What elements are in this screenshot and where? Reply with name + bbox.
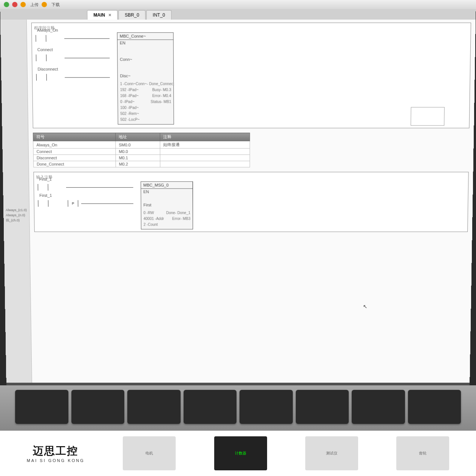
brand-logo: 迈思工控 MAI SI GONG KONG <box>27 444 85 463</box>
param-val: 100 <box>120 106 127 110</box>
tab-main-label: MAIN <box>93 12 105 18</box>
contact-label: First_1 <box>39 193 52 198</box>
cell: 始终接通 <box>160 141 250 148</box>
key <box>184 390 237 424</box>
tabs: MAIN × SBR_0 INT_0 <box>0 9 476 20</box>
comment-box[interactable] <box>411 107 445 125</box>
sidebar-item[interactable]: Always_(n.0) <box>6 213 27 218</box>
table-row[interactable]: Always_OnSM0.0始终接通 <box>33 141 250 148</box>
cell: M0.2 <box>116 161 160 167</box>
contact-label: Disconnect <box>37 67 58 71</box>
function-block-mbc-msg[interactable]: MBC_MSG_0 EN First 0 -RW Done- Done_1 40… <box>141 181 193 229</box>
brand-name-en: MAI SI GONG KONG <box>27 458 85 463</box>
param-name: Conn~ <box>124 82 136 86</box>
param-val: 1 <box>120 82 122 86</box>
key <box>408 390 461 424</box>
table-row[interactable]: DisconnectM0.1 <box>33 155 250 161</box>
ladder-editor[interactable]: 程序段注释 Always_On Connect <box>27 20 476 383</box>
cell <box>160 148 250 155</box>
cell: M0.1 <box>116 155 160 161</box>
param-val: Done_Connect <box>149 82 174 86</box>
param-val: 0 <box>120 100 122 104</box>
cell: Done_Connect <box>34 161 116 167</box>
param-name: IPad~ <box>129 106 139 110</box>
key <box>296 390 349 424</box>
cell: Connect <box>33 148 116 155</box>
contact-no[interactable] <box>36 199 66 208</box>
sidebar-item[interactable]: 拟_(ch.0) <box>6 218 27 223</box>
key <box>71 390 125 424</box>
param-name: LocP~ <box>129 117 139 122</box>
param-name: Count <box>148 223 158 227</box>
fb-pin: First <box>144 203 190 207</box>
param-val: 40001 <box>144 216 154 221</box>
brand-name: 迈思工控 <box>33 444 78 458</box>
param-name: RW <box>148 211 154 215</box>
upload-label: 上传 <box>30 2 39 7</box>
cell: Always_On <box>33 141 116 148</box>
param-name: IPad~ <box>125 100 134 104</box>
param-name: Busy <box>152 88 161 92</box>
param-val: MB3 <box>183 216 190 221</box>
fb-title: MBC_MSG_0 <box>141 182 192 189</box>
download-icon[interactable] <box>42 2 47 7</box>
key <box>127 390 181 424</box>
symbol-table[interactable]: 符号 地址 注释 Always_OnSM0.0始终接通 ConnectM0.0 … <box>33 133 250 167</box>
param-val: 502 <box>121 117 127 122</box>
fb-pin: Conn~ <box>120 57 171 62</box>
param-name: IPad~ <box>129 88 139 92</box>
cell: SM0.0 <box>116 141 160 148</box>
table-row[interactable]: ConnectM0.0 <box>33 148 250 155</box>
function-block-mbc-connect[interactable]: MBC_Conne~ EN Conn~ Disc~ 1 -Conn~ Conn~… <box>117 32 174 125</box>
upload-icon[interactable] <box>20 2 26 7</box>
cursor-icon: ↖ <box>363 304 368 309</box>
contact-no[interactable] <box>35 73 65 82</box>
param-name: Rem~ <box>129 111 139 116</box>
fb-title: MBC_Conne~ <box>117 33 173 40</box>
cell <box>160 155 250 161</box>
product-image: 测试仪 <box>305 436 358 470</box>
param-val: Done_1 <box>177 211 190 215</box>
screen: 上传 下载 MAIN × SBR_0 INT_0 Always_(c1.0) A… <box>0 0 476 396</box>
contact-no[interactable] <box>34 53 65 62</box>
param-val: MB1 <box>164 100 171 104</box>
contact-label: First_1 <box>39 177 52 182</box>
stop-icon[interactable] <box>12 2 17 7</box>
fb-pin: Disc~ <box>120 74 171 78</box>
workspace: Always_(c1.0) Always_(n.0) 拟_(ch.0) 程序段注… <box>0 20 476 383</box>
key <box>240 390 293 424</box>
param-name: Status <box>151 100 161 104</box>
table-row[interactable]: Done_ConnectM0.2 <box>34 161 250 167</box>
sidebar-item[interactable]: Always_(c1.0) <box>6 207 27 213</box>
param-val: 2 <box>144 223 146 227</box>
param-name: Done <box>166 211 175 215</box>
tab-main[interactable]: MAIN × <box>87 10 117 20</box>
contact-p[interactable]: P <box>66 199 81 208</box>
toolbar: 上传 下载 <box>0 0 476 9</box>
contact-no[interactable] <box>34 34 64 43</box>
close-icon[interactable]: × <box>108 12 111 18</box>
param-val: 502 <box>120 111 127 116</box>
param-val: M0.4 <box>163 94 171 98</box>
watermark: 迈思工控 MAI SI GONG KONG 电机 计数器 测试仪 齿轮 <box>0 431 476 476</box>
contact-no[interactable] <box>36 183 66 192</box>
product-image: 电机 <box>123 436 176 470</box>
param-val: 192 <box>120 88 127 92</box>
network-2[interactable]: 输入注释 First_1 First_1 P <box>34 172 469 232</box>
param-val: 168 <box>120 94 127 98</box>
rung-comment: 输入注释 <box>36 175 466 180</box>
col-address: 地址 <box>116 133 160 141</box>
param-val: 0 <box>144 211 146 215</box>
tab-int0[interactable]: INT_0 <box>146 10 172 20</box>
fb-pin-en: EN <box>120 41 171 45</box>
rung-comment: 程序段注释 <box>34 25 468 31</box>
keyboard <box>0 385 476 431</box>
param-val: M0.3 <box>163 88 171 92</box>
contact-label: Always_On <box>37 28 58 32</box>
table-header-row: 符号 地址 注释 <box>33 133 250 141</box>
run-icon[interactable] <box>4 2 9 7</box>
network-1[interactable]: 程序段注释 Always_On Connect <box>31 23 471 128</box>
download-label: 下载 <box>51 2 60 7</box>
col-comment: 注释 <box>160 133 250 141</box>
tab-sbr0[interactable]: SBR_0 <box>118 10 145 20</box>
